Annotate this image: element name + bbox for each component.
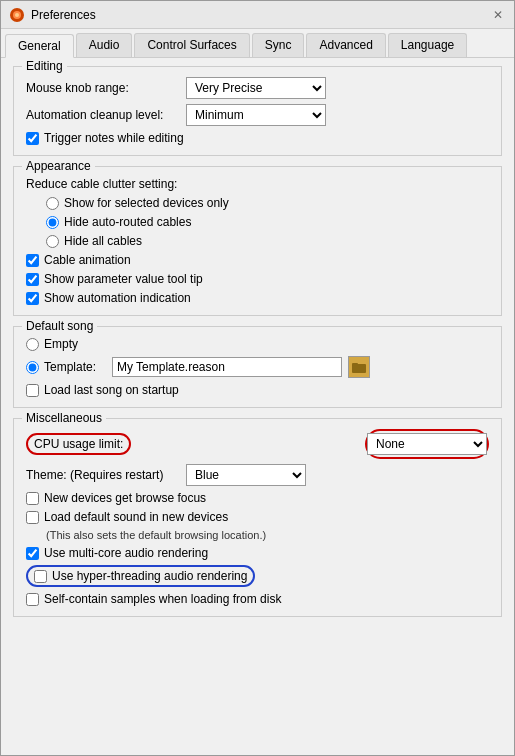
trigger-notes-label[interactable]: Trigger notes while editing: [26, 131, 184, 145]
load-default-sub-row: (This also sets the default browsing loc…: [26, 529, 489, 541]
general-content: Editing Mouse knob range: Very Precise P…: [1, 58, 514, 755]
hide-autorouted-radio[interactable]: [46, 216, 59, 229]
show-selected-radio[interactable]: [46, 197, 59, 210]
hyperthreading-checkbox[interactable]: [34, 570, 47, 583]
load-last-checkbox[interactable]: [26, 384, 39, 397]
hide-all-cables-row: Hide all cables: [26, 234, 489, 248]
automation-cleanup-select[interactable]: Minimum Low Medium High: [186, 104, 326, 126]
tab-language[interactable]: Language: [388, 33, 467, 57]
show-param-tooltip-row: Show parameter value tool tip: [26, 272, 489, 286]
cpu-usage-row: CPU usage limit: None 25% 50% 75% 90%: [26, 429, 489, 459]
show-selected-label[interactable]: Show for selected devices only: [46, 196, 229, 210]
cable-animation-row: Cable animation: [26, 253, 489, 267]
load-default-label[interactable]: Load default sound in new devices: [26, 510, 228, 524]
multicore-label[interactable]: Use multi-core audio rendering: [26, 546, 208, 560]
tab-control-surfaces[interactable]: Control Surfaces: [134, 33, 249, 57]
load-default-row: Load default sound in new devices: [26, 510, 489, 524]
hyperthreading-label[interactable]: Use hyper-threading audio rendering: [34, 569, 247, 583]
appearance-section-title: Appearance: [22, 159, 95, 173]
mouse-knob-select[interactable]: Very Precise Precise Normal Low Minimum: [186, 77, 326, 99]
load-last-row: Load last song on startup: [26, 383, 489, 397]
tab-bar: General Audio Control Surfaces Sync Adva…: [1, 29, 514, 58]
show-automation-row: Show automation indication: [26, 291, 489, 305]
folder-icon: [352, 361, 366, 373]
load-default-checkbox[interactable]: [26, 511, 39, 524]
hide-all-cables-label[interactable]: Hide all cables: [46, 234, 142, 248]
new-devices-row: New devices get browse focus: [26, 491, 489, 505]
cable-animation-checkbox[interactable]: [26, 254, 39, 267]
trigger-notes-row: Trigger notes while editing: [26, 131, 489, 145]
browse-folder-button[interactable]: [348, 356, 370, 378]
editing-section-title: Editing: [22, 59, 67, 73]
svg-point-2: [15, 13, 19, 17]
cable-animation-label[interactable]: Cable animation: [26, 253, 131, 267]
new-devices-checkbox[interactable]: [26, 492, 39, 505]
hide-autorouted-label[interactable]: Hide auto-routed cables: [46, 215, 191, 229]
close-button[interactable]: ✕: [490, 7, 506, 23]
automation-cleanup-row: Automation cleanup level: Minimum Low Me…: [26, 104, 489, 126]
self-contain-row: Self-contain samples when loading from d…: [26, 592, 489, 606]
tab-audio[interactable]: Audio: [76, 33, 133, 57]
trigger-notes-checkbox[interactable]: [26, 132, 39, 145]
multicore-checkbox[interactable]: [26, 547, 39, 560]
template-row: Template:: [26, 356, 489, 378]
cpu-usage-select[interactable]: None 25% 50% 75% 90%: [367, 433, 487, 455]
mouse-knob-row: Mouse knob range: Very Precise Precise N…: [26, 77, 489, 99]
miscellaneous-section: Miscellaneous CPU usage limit: None 25% …: [13, 418, 502, 617]
show-param-tooltip-checkbox[interactable]: [26, 273, 39, 286]
template-input[interactable]: [112, 357, 342, 377]
hyperthreading-row: Use hyper-threading audio rendering: [26, 565, 489, 587]
svg-rect-4: [352, 363, 358, 366]
editing-section: Editing Mouse knob range: Very Precise P…: [13, 66, 502, 156]
automation-cleanup-label: Automation cleanup level:: [26, 108, 186, 122]
new-devices-label[interactable]: New devices get browse focus: [26, 491, 206, 505]
preferences-window: Preferences ✕ General Audio Control Surf…: [0, 0, 515, 756]
hide-all-cables-radio[interactable]: [46, 235, 59, 248]
show-selected-row: Show for selected devices only: [26, 196, 489, 210]
template-radio-label[interactable]: Template:: [26, 360, 106, 374]
mouse-knob-label: Mouse knob range:: [26, 81, 186, 95]
self-contain-checkbox[interactable]: [26, 593, 39, 606]
show-param-tooltip-label[interactable]: Show parameter value tool tip: [26, 272, 203, 286]
cpu-usage-label: CPU usage limit:: [34, 437, 123, 451]
empty-radio[interactable]: [26, 338, 39, 351]
tab-sync[interactable]: Sync: [252, 33, 305, 57]
tab-general[interactable]: General: [5, 34, 74, 58]
theme-label: Theme: (Requires restart): [26, 468, 186, 482]
tab-advanced[interactable]: Advanced: [306, 33, 385, 57]
empty-label[interactable]: Empty: [26, 337, 78, 351]
template-radio[interactable]: [26, 361, 39, 374]
show-automation-label[interactable]: Show automation indication: [26, 291, 191, 305]
reduce-cable-label: Reduce cable clutter setting:: [26, 177, 177, 191]
theme-select[interactable]: Blue Default: [186, 464, 306, 486]
title-bar: Preferences ✕: [1, 1, 514, 29]
app-icon: [9, 7, 25, 23]
miscellaneous-title: Miscellaneous: [22, 411, 106, 425]
multicore-row: Use multi-core audio rendering: [26, 546, 489, 560]
appearance-section: Appearance Reduce cable clutter setting:…: [13, 166, 502, 316]
reduce-cable-row: Reduce cable clutter setting:: [26, 177, 489, 191]
self-contain-label[interactable]: Self-contain samples when loading from d…: [26, 592, 281, 606]
empty-row: Empty: [26, 337, 489, 351]
show-automation-checkbox[interactable]: [26, 292, 39, 305]
default-song-section: Default song Empty Template:: [13, 326, 502, 408]
hide-autorouted-row: Hide auto-routed cables: [26, 215, 489, 229]
theme-row: Theme: (Requires restart) Blue Default: [26, 464, 489, 486]
load-last-label[interactable]: Load last song on startup: [26, 383, 179, 397]
load-default-sub-text: (This also sets the default browsing loc…: [46, 529, 266, 541]
window-title: Preferences: [31, 8, 96, 22]
default-song-title: Default song: [22, 319, 97, 333]
